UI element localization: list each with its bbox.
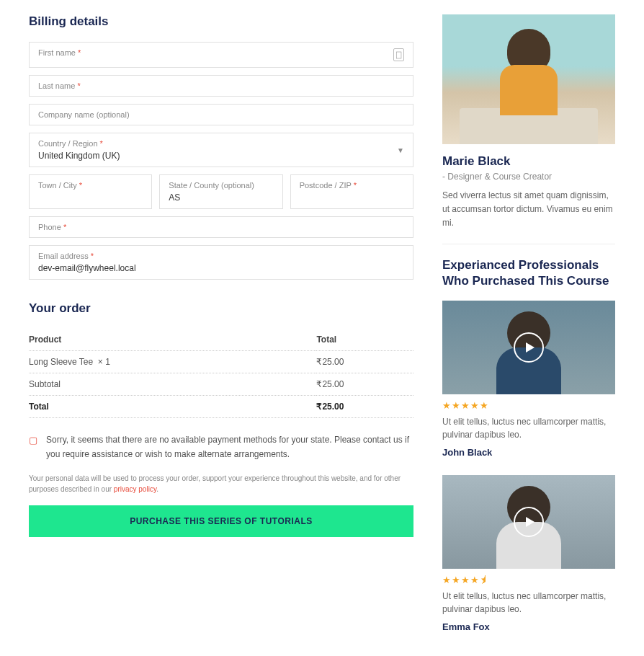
postcode-label: Postcode / ZIP * [300, 181, 404, 190]
testimonial-author: Emma Fox [442, 621, 615, 632]
author-image [442, 14, 615, 144]
privacy-policy-link[interactable]: privacy policy [114, 485, 156, 493]
state-label: State / County (optional) [169, 181, 273, 190]
author-role: - Designer & Course Creator [442, 172, 615, 182]
star-rating: ★★★★⯨ [442, 575, 615, 585]
email-value: dev-email@flywheel.local [38, 263, 404, 273]
table-row: Subtotal ₹25.00 [29, 373, 413, 396]
privacy-text: Your personal data will be used to proce… [29, 473, 413, 495]
last-name-field[interactable]: Last name * [29, 75, 413, 97]
country-label: Country / Region * [38, 139, 120, 148]
testimonial-text: Ut elit tellus, luctus nec ullamcorper m… [442, 415, 615, 441]
alert-icon: ▢ [29, 433, 37, 462]
town-label: Town / City * [38, 181, 143, 190]
chevron-down-icon: ▼ [397, 146, 404, 154]
testimonial: ★★★★★ Ut elit tellus, luctus nec ullamco… [442, 301, 615, 458]
payment-notice: ▢ Sorry, it seems that there are no avai… [29, 433, 413, 462]
town-field[interactable]: Town / City * [29, 174, 152, 209]
billing-title: Billing details [29, 14, 413, 29]
product-header: Product [29, 329, 316, 351]
table-total-row: Total ₹25.00 [29, 396, 413, 418]
first-name-label: First name * [38, 48, 404, 57]
company-label: Company name (optional) [38, 110, 404, 119]
postcode-field[interactable]: Postcode / ZIP * [290, 174, 413, 209]
author-name: Marie Black [442, 154, 615, 169]
table-row: Long Sleeve Tee × 1 ₹25.00 [29, 351, 413, 373]
testimonial-author: John Black [442, 447, 615, 458]
phone-label: Phone * [38, 223, 404, 231]
order-title: Your order [29, 301, 413, 316]
testimonial: ★★★★⯨ Ut elit tellus, luctus nec ullamco… [442, 475, 615, 632]
star-rating: ★★★★★ [442, 400, 615, 411]
testimonial-video[interactable] [442, 301, 615, 394]
first-name-field[interactable]: ⎕ First name * [29, 42, 413, 68]
total-header: Total [316, 329, 413, 351]
country-value: United Kingdom (UK) [38, 151, 120, 161]
play-icon[interactable] [514, 332, 544, 363]
country-select[interactable]: Country / Region * United Kingdom (UK) ▼ [29, 133, 413, 167]
testimonial-video[interactable] [442, 475, 615, 569]
email-label: Email address * [38, 252, 404, 260]
company-field[interactable]: Company name (optional) [29, 104, 413, 125]
phone-field[interactable]: Phone * [29, 216, 413, 238]
order-table: Product Total Long Sleeve Tee × 1 ₹25.00… [29, 329, 413, 418]
author-bio: Sed viverra lectus sit amet quam digniss… [442, 189, 615, 231]
last-name-label: Last name * [38, 81, 404, 90]
testimonial-text: Ut elit tellus, luctus nec ullamcorper m… [442, 590, 615, 616]
purchase-button[interactable]: PURCHASE THIS SERIES OF TUTORIALS [29, 505, 413, 537]
play-icon[interactable] [514, 507, 544, 537]
divider [442, 244, 615, 244]
state-field[interactable]: State / County (optional) AS [159, 174, 282, 209]
state-value: AS [169, 192, 273, 203]
email-field[interactable]: Email address * dev-email@flywheel.local [29, 245, 413, 280]
contact-card-icon: ⎕ [393, 48, 404, 61]
table-header-row: Product Total [29, 329, 413, 351]
testimonials-title: Experianced Professionals Who Purchased … [442, 257, 615, 289]
